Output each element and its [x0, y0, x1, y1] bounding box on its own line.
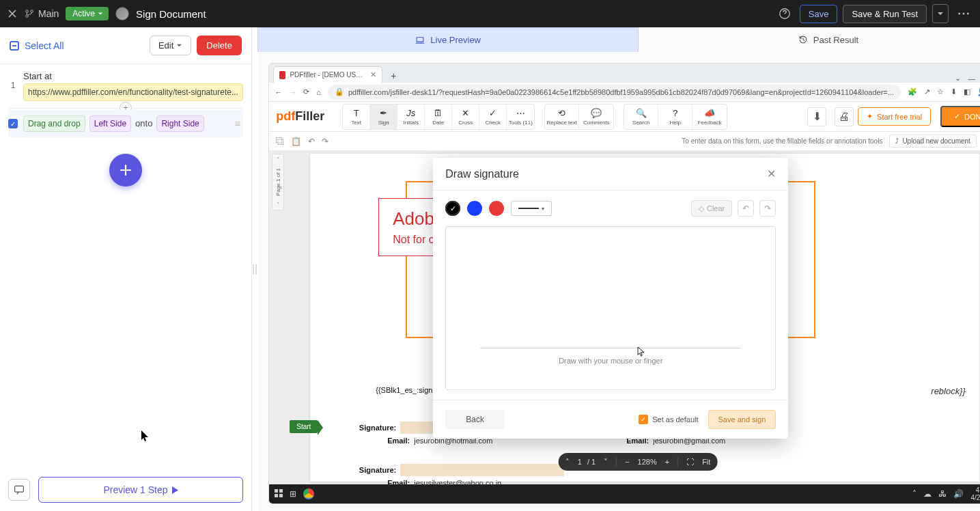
step-row[interactable]: ✓ Drag and drop Left Side onto Right Sid… — [8, 110, 243, 137]
tool-comments[interactable]: 💬Comments — [579, 105, 613, 129]
step-row[interactable]: 1 Start at https://www.pdffiller.com/en/… — [8, 64, 243, 107]
redo-icon[interactable]: ↷ — [759, 200, 776, 217]
run-dropdown[interactable] — [932, 4, 949, 23]
delete-button[interactable]: Delete — [197, 36, 242, 55]
branch-name: Main — [38, 8, 59, 19]
page-down-icon[interactable]: ˅ — [277, 200, 279, 210]
home-icon[interactable]: ⌂ — [316, 88, 321, 96]
download-button[interactable]: ⬇ — [807, 107, 826, 126]
field-label: Email: — [363, 479, 410, 484]
save-run-button[interactable]: Save & Run Test — [843, 5, 927, 23]
page-next-icon[interactable]: ˅ — [604, 458, 608, 467]
tool-check[interactable]: ✓Check — [479, 105, 507, 129]
document-area: ˄ Page 1 of 1 ˅ Adobe Sig Not for comme … — [269, 151, 980, 484]
clear-button[interactable]: ◇Clear — [691, 200, 732, 217]
upload-document-button[interactable]: ⤴Upload new document — [889, 135, 977, 148]
tool-more[interactable]: ⋯Tools (11) — [507, 105, 534, 129]
pdffiller-logo[interactable]: pdfFiller — [276, 109, 324, 124]
download-icon[interactable]: ⬇ — [951, 87, 957, 96]
signature-canvas[interactable]: Draw with your mouse or finger — [445, 226, 776, 390]
new-tab-button[interactable]: + — [387, 69, 400, 83]
fit-icon[interactable]: ⛶ — [686, 458, 694, 466]
save-button[interactable]: Save — [800, 5, 838, 23]
help-icon[interactable] — [775, 4, 794, 23]
bookmark-icon[interactable]: ☆ — [937, 87, 944, 96]
back-button[interactable]: Back — [445, 410, 505, 429]
url-field[interactable]: 🔒 pdffiller.com/jsfiller-desk11/?request… — [328, 85, 901, 100]
select-all-toggle[interactable]: Select All — [10, 40, 64, 51]
profile-icon[interactable]: 👤 — [977, 87, 980, 96]
print-button[interactable]: 🖨 — [835, 107, 854, 126]
undo-icon[interactable]: ↶ — [738, 200, 754, 217]
more-icon[interactable] — [954, 4, 973, 23]
tool-text[interactable]: TText — [343, 105, 370, 129]
tool-search[interactable]: 🔍Search — [624, 105, 658, 129]
step-checkbox[interactable]: ✓ — [8, 119, 18, 128]
tabs-dropdown-icon[interactable]: ⌄ — [955, 74, 961, 83]
start-flag[interactable]: Start — [290, 420, 318, 433]
color-swatch-black[interactable] — [445, 201, 460, 216]
page-up-icon[interactable]: ˄ — [277, 154, 279, 164]
reload-icon[interactable]: ⟳ — [303, 87, 309, 96]
signature-placeholder: reblock}} — [931, 386, 966, 396]
nav-forward-icon[interactable]: → — [289, 88, 296, 96]
redo-icon[interactable]: ↷ — [322, 137, 328, 146]
page-navigator[interactable]: ˄ Page 1 of 1 ˅ — [272, 154, 284, 210]
tray-chevron-icon[interactable]: ˄ — [912, 489, 916, 499]
preview-steps-button[interactable]: Preview 1 Step — [38, 477, 243, 503]
system-clock[interactable]: 4:32 PM 4/25/2023 — [970, 486, 980, 501]
paste-icon[interactable]: 📋 — [291, 137, 301, 146]
color-swatch-red[interactable] — [489, 201, 504, 216]
tool-date[interactable]: 🗓Date — [425, 105, 452, 129]
zoom-in-icon[interactable]: + — [665, 458, 669, 466]
preview-tabs: Live Preview Past Result — [257, 27, 980, 52]
close-icon[interactable] — [7, 8, 18, 19]
tool-sign[interactable]: ✒Sign — [370, 105, 397, 129]
tool-cross[interactable]: ✕Cross — [452, 105, 479, 129]
tray-network-icon[interactable]: 🖧 — [938, 489, 947, 499]
step-prefix: Start at — [23, 70, 243, 83]
tray-cloud-icon[interactable]: ☁ — [923, 489, 932, 499]
tool-help[interactable]: ?Help — [658, 105, 692, 129]
chat-button[interactable] — [8, 479, 30, 501]
tray-volume-icon[interactable]: 🔊 — [953, 489, 964, 499]
sidepanel-icon[interactable]: ◧ — [964, 87, 970, 96]
select-all-checkbox[interactable] — [10, 41, 19, 51]
page-prev-icon[interactable]: ˄ — [565, 458, 570, 467]
signature-field[interactable] — [400, 464, 564, 476]
pane-splitter[interactable]: || — [252, 27, 257, 511]
browser-tab[interactable]: PDFfiller - [DEMO USE ONLY] M ✕ — [273, 66, 382, 83]
tab-live-preview[interactable]: Live Preview — [257, 27, 639, 52]
branch-indicator[interactable]: Main — [25, 8, 59, 19]
start-trial-button[interactable]: ✦Start free trial — [858, 107, 931, 126]
start-menu-icon[interactable] — [275, 489, 283, 499]
undo-icon[interactable]: ↶ — [308, 137, 315, 146]
edit-button[interactable]: Edit — [150, 36, 191, 55]
color-swatch-blue[interactable] — [467, 201, 482, 216]
save-sign-button[interactable]: Save and sign — [708, 410, 776, 429]
copy-icon[interactable]: ⿻ — [276, 137, 284, 146]
nav-back-icon[interactable]: ← — [275, 88, 282, 96]
done-button[interactable]: ✓DONE — [940, 106, 980, 127]
add-step-button[interactable] — [109, 154, 142, 187]
stroke-width-select[interactable]: ▾ — [511, 201, 552, 216]
modal-close-icon[interactable]: ✕ — [767, 167, 776, 180]
field-label: Email: — [363, 437, 410, 445]
zoom-out-icon[interactable]: − — [625, 458, 629, 466]
status-pill[interactable]: Active — [66, 7, 109, 20]
task-view-icon[interactable]: ⊞ — [290, 489, 296, 499]
share-icon[interactable]: ↗ — [924, 87, 930, 96]
tool-feedback[interactable]: 📣Feedback — [692, 105, 727, 129]
chevron-down-icon — [937, 10, 944, 17]
set-default-checkbox[interactable]: ✓Set as default — [639, 415, 698, 424]
extension-icon[interactable]: 🧩 — [908, 87, 917, 96]
step-url-chip[interactable]: https://www.pdffiller.com/en/functionali… — [23, 83, 243, 101]
drag-handle-icon[interactable]: ≡ — [232, 118, 243, 129]
close-tab-icon[interactable]: ✕ — [370, 70, 376, 79]
avatar[interactable] — [115, 7, 129, 20]
minimize-icon[interactable]: — — [968, 74, 975, 83]
tool-replace-text[interactable]: ⟲Replace text — [545, 105, 579, 129]
tab-past-result[interactable]: Past Result — [639, 27, 980, 52]
chrome-taskbar-icon[interactable] — [303, 488, 314, 499]
tool-initials[interactable]: JsInitials — [397, 105, 425, 129]
